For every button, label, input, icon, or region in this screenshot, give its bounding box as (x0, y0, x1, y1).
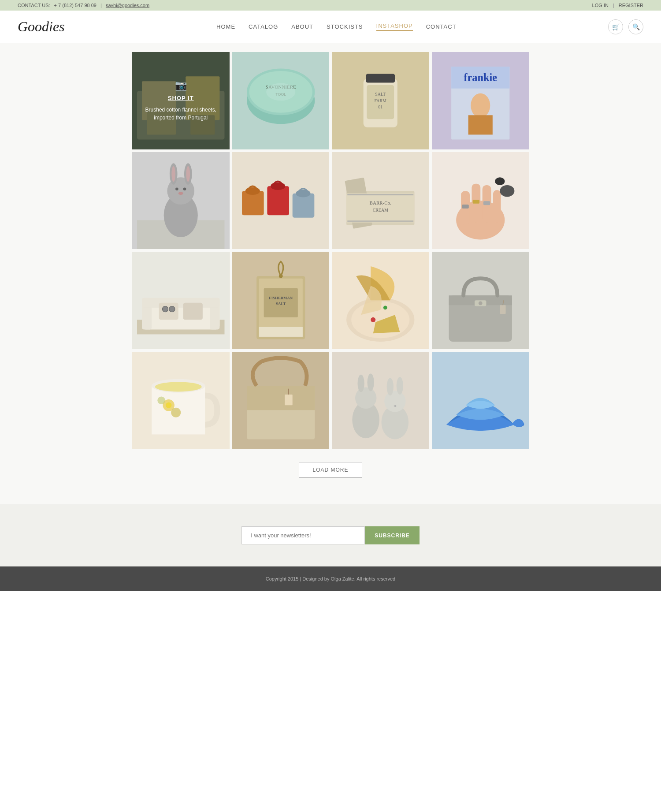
grid-item-14[interactable] (232, 352, 330, 449)
logo[interactable]: Goodies (18, 19, 65, 35)
svg-rect-103 (247, 386, 315, 410)
svg-point-84 (371, 317, 375, 322)
grid-item-1[interactable]: 📷 SHOP IT Brushed cotton flannel sheets,… (132, 52, 230, 149)
svg-point-32 (171, 166, 175, 181)
grid-image-14 (232, 352, 330, 449)
newsletter-form: SUBSCRIBE (241, 526, 420, 544)
svg-point-62 (495, 177, 505, 185)
nav-stockists[interactable]: STOCKISTS (327, 23, 363, 30)
svg-point-72 (169, 306, 175, 312)
login-link[interactable]: LOG IN (592, 3, 609, 8)
svg-point-110 (367, 373, 374, 391)
grid-item-13[interactable] (132, 352, 230, 449)
svg-point-12 (266, 83, 295, 101)
newsletter-section: SUBSCRIBE (0, 504, 661, 566)
svg-rect-58 (462, 205, 468, 209)
svg-point-85 (383, 305, 387, 309)
svg-point-108 (355, 387, 377, 409)
grid-image-10: FISHERMAN SALT (232, 252, 330, 349)
nav-catalog[interactable]: CATALOG (249, 23, 278, 30)
nav-contact[interactable]: CONTACT (426, 23, 457, 30)
copyright-text: Copyright 2015 | Designed by Olga Zalite… (266, 576, 396, 581)
grid-item-15[interactable]: ✦ (332, 352, 429, 449)
svg-rect-104 (285, 395, 293, 405)
svg-point-109 (357, 374, 364, 392)
nav-about[interactable]: ABOUT (291, 23, 313, 30)
svg-rect-25 (468, 115, 492, 134)
grid-image-13 (132, 352, 230, 449)
grid-item-9[interactable] (132, 252, 230, 349)
nav-home[interactable]: HOME (216, 23, 235, 30)
footer-bottom: Copyright 2015 | Designed by Olga Zalite… (0, 566, 661, 591)
load-more-button[interactable]: LOAD MORE (299, 462, 362, 478)
svg-rect-69 (159, 303, 178, 320)
top-bar-right: LOG IN | REGISTER (592, 3, 643, 8)
nav-instashop[interactable]: INSTASHOP (376, 22, 413, 31)
separator: | (100, 3, 102, 8)
svg-rect-60 (483, 201, 490, 205)
svg-text:FARM: FARM (375, 98, 387, 103)
grid-image-4: frankie (432, 52, 529, 149)
grid-image-5 (132, 152, 230, 250)
grid-item-10[interactable]: FISHERMAN SALT (232, 252, 330, 349)
load-more-section: LOAD MORE (18, 462, 643, 478)
grid-item-5[interactable] (132, 152, 230, 250)
pipe-sep: | (613, 3, 614, 8)
top-bar: CONTACT US: + 7 (812) 547 98 09 | sayhi@… (0, 0, 661, 11)
grid-item-7[interactable]: BARR-Co. CREAM (332, 152, 429, 250)
svg-point-61 (500, 185, 514, 196)
svg-text:frankie: frankie (464, 71, 497, 83)
svg-point-90 (478, 301, 482, 305)
grid-item-11[interactable] (332, 252, 429, 349)
svg-text:FISHERMAN: FISHERMAN (269, 296, 293, 300)
grid-item-3[interactable]: SALT FARM 01 (332, 52, 429, 149)
grid-overlay: 📷 SHOP IT Brushed cotton flannel sheets,… (132, 52, 230, 149)
svg-point-97 (166, 402, 171, 408)
svg-rect-106 (332, 352, 429, 449)
svg-point-112 (384, 391, 406, 412)
svg-rect-68 (142, 298, 219, 308)
register-link[interactable]: REGISTER (619, 3, 643, 8)
grid-image-7: BARR-Co. CREAM (332, 152, 429, 250)
svg-point-114 (397, 377, 403, 395)
header-icons: 🛒 🔍 (608, 19, 643, 34)
subscribe-button[interactable]: SUBSCRIBE (365, 526, 420, 544)
svg-text:CREAM: CREAM (373, 207, 388, 212)
camera-icon: 📷 (175, 80, 187, 91)
svg-point-34 (175, 187, 178, 190)
grid-item-12[interactable] (432, 252, 529, 349)
svg-text:01: 01 (378, 104, 382, 109)
grid-image-6 (232, 152, 330, 250)
top-bar-left: CONTACT US: + 7 (812) 547 98 09 | sayhi@… (18, 3, 149, 8)
svg-point-71 (162, 306, 168, 312)
svg-text:BARR-Co.: BARR-Co. (370, 200, 392, 205)
header: Goodies HOME CATALOG ABOUT STOCKISTS INS… (0, 11, 661, 43)
grid-image-8 (432, 152, 529, 250)
svg-rect-57 (493, 190, 501, 222)
cart-button[interactable]: 🛒 (608, 19, 623, 34)
svg-point-24 (471, 93, 490, 118)
svg-point-36 (178, 192, 183, 195)
phone-number: + 7 (812) 547 98 09 (54, 3, 97, 8)
grid-item-6[interactable] (232, 152, 330, 250)
svg-point-113 (387, 378, 394, 395)
email-link[interactable]: sayhi@goodies.com (106, 3, 149, 8)
svg-point-100 (155, 382, 202, 391)
shop-it-label[interactable]: SHOP IT (168, 95, 194, 101)
svg-rect-91 (500, 305, 505, 314)
newsletter-input[interactable] (241, 526, 365, 544)
grid-item-16[interactable] (432, 352, 529, 449)
grid-item-2[interactable]: SAVONNIÈRE TOOL (232, 52, 330, 149)
product-grid: 📷 SHOP IT Brushed cotton flannel sheets,… (132, 52, 529, 449)
grid-item-8[interactable] (432, 152, 529, 250)
svg-rect-50 (347, 194, 413, 195)
svg-point-35 (183, 187, 186, 190)
grid-image-12 (432, 252, 529, 349)
svg-point-98 (157, 396, 165, 404)
grid-item-4[interactable]: frankie (432, 52, 529, 149)
svg-text:✦: ✦ (393, 403, 397, 408)
svg-rect-80 (259, 327, 302, 337)
svg-rect-40 (267, 186, 289, 215)
grid-image-3: SALT FARM 01 (332, 52, 429, 149)
search-button[interactable]: 🔍 (628, 19, 643, 34)
